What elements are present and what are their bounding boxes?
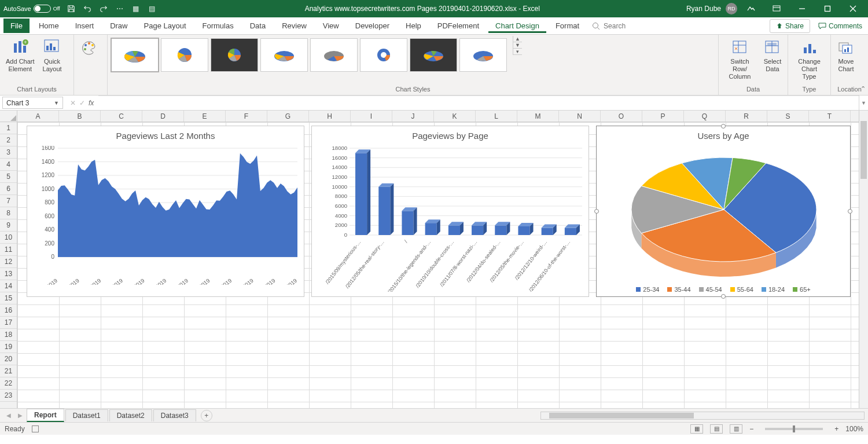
tell-me-search[interactable]: Search bbox=[589, 21, 629, 31]
sheet-tab-dataset3[interactable]: Dataset3 bbox=[153, 409, 196, 421]
row-header[interactable]: 12 bbox=[0, 256, 17, 268]
horizontal-scrollbar[interactable] bbox=[540, 412, 865, 420]
change-chart-type-button[interactable]: Change Chart Type bbox=[792, 37, 827, 82]
view-page-break-icon[interactable]: ▥ bbox=[730, 424, 742, 434]
zoom-in-button[interactable]: + bbox=[834, 425, 838, 433]
row-header[interactable]: 21 bbox=[0, 365, 17, 377]
row-header[interactable]: 8 bbox=[0, 207, 17, 219]
col-header[interactable]: H bbox=[309, 111, 351, 122]
row-header[interactable]: 4 bbox=[0, 159, 17, 171]
col-header[interactable]: Q bbox=[684, 111, 726, 122]
sheet-nav-next-icon[interactable]: ▶ bbox=[15, 412, 25, 419]
row-header[interactable]: 18 bbox=[0, 329, 17, 341]
chart-style-1[interactable] bbox=[111, 38, 159, 72]
select-data-button[interactable]: Select Data bbox=[761, 37, 784, 74]
col-header[interactable]: F bbox=[226, 111, 267, 122]
row-header[interactable]: 19 bbox=[0, 341, 17, 353]
row-header[interactable]: 7 bbox=[0, 195, 17, 207]
tab-developer[interactable]: Developer bbox=[348, 19, 396, 33]
formula-expand-icon[interactable]: ▼ bbox=[859, 96, 868, 110]
ribbon-mode-icon[interactable] bbox=[740, 1, 763, 16]
qat-icon-2[interactable]: ▦ bbox=[130, 2, 142, 15]
cells-area[interactable]: Pageviews Last 2 Months 0200400600800100… bbox=[17, 122, 859, 408]
gallery-scroll[interactable]: ▲▼▾ bbox=[513, 36, 522, 55]
tab-view[interactable]: View bbox=[316, 19, 346, 33]
close-button[interactable] bbox=[841, 1, 865, 16]
minimize-button[interactable] bbox=[790, 1, 814, 16]
save-icon[interactable] bbox=[65, 2, 78, 15]
col-header[interactable]: O bbox=[601, 111, 642, 122]
resize-handle[interactable] bbox=[721, 124, 726, 129]
sheet-nav-prev-icon[interactable]: ◀ bbox=[3, 412, 14, 419]
quick-layout-button[interactable]: Quick Layout bbox=[41, 37, 64, 74]
row-header[interactable]: 14 bbox=[0, 280, 17, 292]
col-header[interactable]: L bbox=[476, 111, 517, 122]
row-header[interactable]: 5 bbox=[0, 171, 17, 183]
user-avatar[interactable]: RD bbox=[726, 3, 737, 14]
macro-record-icon[interactable] bbox=[32, 425, 39, 432]
col-header[interactable]: E bbox=[184, 111, 226, 122]
chart-style-7[interactable] bbox=[410, 38, 457, 72]
zoom-out-button[interactable]: − bbox=[749, 425, 753, 433]
chart-style-8[interactable] bbox=[459, 38, 507, 72]
share-button[interactable]: Share bbox=[770, 19, 810, 33]
sheet-tab-dataset1[interactable]: Dataset1 bbox=[65, 409, 108, 421]
col-header[interactable]: A bbox=[17, 111, 59, 122]
row-header[interactable]: 23 bbox=[0, 390, 17, 402]
tab-file[interactable]: File bbox=[3, 19, 30, 33]
col-header[interactable]: C bbox=[101, 111, 142, 122]
undo-icon[interactable] bbox=[81, 2, 94, 15]
tab-draw[interactable]: Draw bbox=[103, 19, 134, 33]
col-header[interactable]: B bbox=[59, 111, 101, 122]
col-header[interactable]: I bbox=[351, 111, 392, 122]
autosave-toggle[interactable]: AutoSave Off bbox=[3, 5, 60, 13]
row-header[interactable]: 17 bbox=[0, 317, 17, 329]
row-header[interactable]: 10 bbox=[0, 232, 17, 244]
tab-help[interactable]: Help bbox=[399, 19, 428, 33]
row-header[interactable]: 3 bbox=[0, 146, 17, 159]
row-header[interactable]: 16 bbox=[0, 304, 17, 317]
spreadsheet-grid[interactable]: ABCDEFGHIJKLMNOPQRST 1234567891011121314… bbox=[0, 111, 868, 408]
collapse-ribbon-icon[interactable]: ⌃ bbox=[860, 85, 866, 93]
col-header[interactable]: K bbox=[434, 111, 476, 122]
row-header[interactable]: 1 bbox=[0, 122, 17, 134]
chevron-down-icon[interactable]: ▼ bbox=[54, 100, 59, 106]
vertical-scrollbar[interactable] bbox=[859, 111, 868, 408]
user-name[interactable]: Ryan Dube bbox=[686, 5, 721, 13]
tab-data[interactable]: Data bbox=[243, 19, 273, 33]
tab-review[interactable]: Review bbox=[275, 19, 314, 33]
zoom-slider[interactable] bbox=[765, 428, 823, 430]
maximize-button[interactable] bbox=[816, 1, 839, 16]
qat-icon-1[interactable]: ⋯ bbox=[113, 2, 126, 15]
row-header[interactable]: 15 bbox=[0, 292, 17, 304]
row-header[interactable]: 20 bbox=[0, 353, 17, 365]
switch-row-column-button[interactable]: Switch Row/ Column bbox=[722, 37, 757, 82]
sheet-tab-dataset2[interactable]: Dataset2 bbox=[109, 409, 152, 421]
resize-handle[interactable] bbox=[594, 209, 599, 214]
formula-input[interactable] bbox=[98, 96, 859, 110]
zoom-level[interactable]: 100% bbox=[845, 425, 863, 433]
row-header[interactable]: 13 bbox=[0, 268, 17, 280]
chart-style-6[interactable] bbox=[360, 38, 407, 72]
tab-format[interactable]: Format bbox=[549, 19, 586, 33]
row-header[interactable]: 6 bbox=[0, 183, 17, 195]
col-header[interactable]: R bbox=[726, 111, 767, 122]
row-header[interactable]: 9 bbox=[0, 219, 17, 232]
tab-chart-design[interactable]: Chart Design bbox=[488, 19, 546, 33]
chart-pageviews-by-page[interactable]: Pageviews by Page 0200040006000800010000… bbox=[311, 126, 589, 297]
select-all-corner[interactable] bbox=[0, 111, 17, 122]
chart-users-by-age[interactable]: Users by Age 25-3435-4445-5455-6418-2465… bbox=[596, 126, 851, 297]
tab-page-layout[interactable]: Page Layout bbox=[137, 19, 193, 33]
chart-style-2[interactable] bbox=[161, 38, 208, 72]
qat-icon-3[interactable]: ▤ bbox=[146, 2, 159, 15]
chart-style-3[interactable] bbox=[211, 38, 258, 72]
col-header[interactable]: D bbox=[142, 111, 184, 122]
sheet-tab-report[interactable]: Report bbox=[27, 409, 64, 422]
fx-icon[interactable]: fx bbox=[89, 99, 94, 107]
view-normal-icon[interactable]: ▦ bbox=[690, 424, 703, 434]
chart-style-5[interactable] bbox=[310, 38, 358, 72]
change-colors-button[interactable] bbox=[78, 37, 101, 59]
row-header[interactable]: 2 bbox=[0, 134, 17, 146]
chart-style-4[interactable] bbox=[260, 38, 308, 72]
col-header[interactable]: P bbox=[642, 111, 684, 122]
